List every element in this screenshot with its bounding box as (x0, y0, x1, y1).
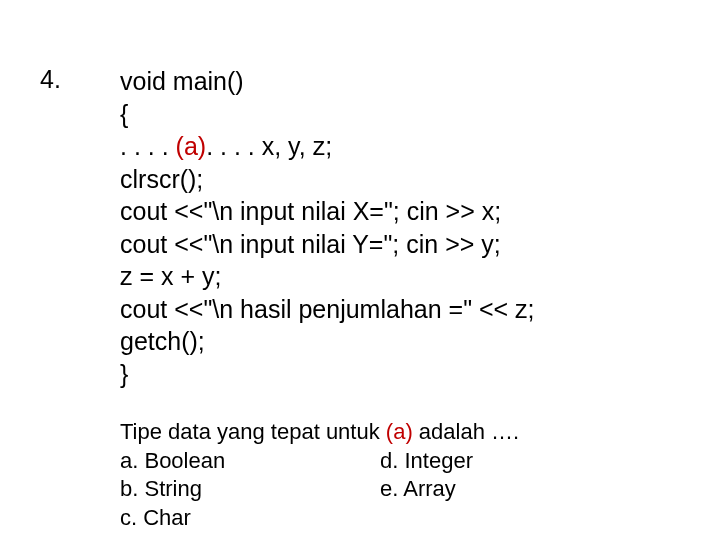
code-block: void main() { . . . . (a). . . . x, y, z… (120, 65, 720, 390)
question-text-part: adalah …. (413, 419, 519, 444)
code-line: cout <<"\n hasil penjumlahan =" << z; (120, 293, 720, 326)
code-line: void main() (120, 65, 720, 98)
code-line: { (120, 98, 720, 131)
option-e: e. Array (380, 475, 456, 504)
code-text: . . . . (120, 132, 176, 160)
option-b: b. String (120, 475, 380, 504)
question-number: 4. (40, 65, 61, 94)
option-d: d. Integer (380, 447, 473, 476)
question-text-part: Tipe data yang tepat untuk (120, 419, 386, 444)
blank-marker: (a) (386, 419, 413, 444)
code-line: . . . . (a). . . . x, y, z; (120, 130, 720, 163)
question-block: Tipe data yang tepat untuk (a) adalah ….… (120, 418, 720, 532)
code-line: clrscr(); (120, 163, 720, 196)
code-line: cout <<"\n input nilai Y="; cin >> y; (120, 228, 720, 261)
blank-marker: (a) (176, 132, 207, 160)
option-c: c. Char (120, 504, 380, 533)
code-line: cout <<"\n input nilai X="; cin >> x; (120, 195, 720, 228)
code-line: z = x + y; (120, 260, 720, 293)
option-a: a. Boolean (120, 447, 380, 476)
code-line: getch(); (120, 325, 720, 358)
code-text: . . . . x, y, z; (206, 132, 332, 160)
code-line: } (120, 358, 720, 391)
question-text: Tipe data yang tepat untuk (a) adalah …. (120, 418, 720, 447)
